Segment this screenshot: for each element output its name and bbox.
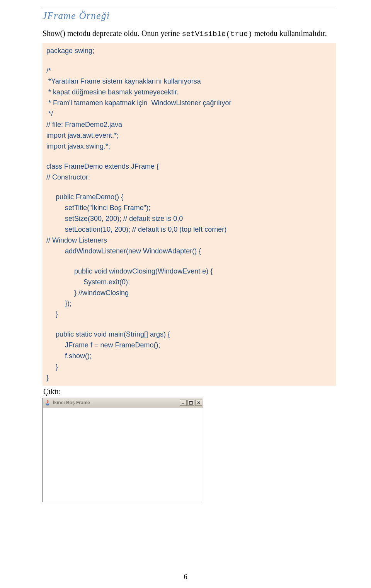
intro-mono: setVisible(true) <box>182 30 252 38</box>
code-line: package swing; <box>46 46 332 56</box>
code-line: // Constructor: <box>46 172 332 183</box>
window-body <box>43 408 203 502</box>
code-line: // Window Listeners <box>46 235 332 246</box>
code-line: } <box>46 362 332 373</box>
intro-paragraph: Show() metodu deprecate oldu. Onun yerin… <box>43 28 336 39</box>
code-line: }); <box>46 298 332 309</box>
code-line: setTitle("İkinci Boş Frame"); <box>46 203 332 214</box>
window-buttons <box>180 400 202 406</box>
titlebar: İkinci Boş Frame <box>43 398 203 408</box>
code-line: */ <box>46 109 332 120</box>
code-line: setLocation(10, 200); // default is 0,0 … <box>46 224 332 235</box>
code-line: } <box>46 373 332 383</box>
output-label: Çıktı: <box>43 387 336 396</box>
code-line: // file: FrameDemo2.java <box>46 120 332 130</box>
code-line: /* <box>46 66 332 77</box>
code-line: public FrameDemo() { <box>46 192 332 203</box>
code-line: * kapat düğmesine basmak yetmeyecektir. <box>46 87 332 98</box>
code-line: class FrameDemo extends JFrame { <box>46 161 332 172</box>
maximize-button[interactable] <box>187 400 194 406</box>
close-button[interactable] <box>195 400 202 406</box>
section-title: JFrame Örneği <box>43 10 336 21</box>
page-number: 6 <box>0 573 371 581</box>
code-block: package swing; /* *Yaratılan Frame siste… <box>43 43 336 386</box>
code-line: public void windowClosing(WindowEvent e)… <box>46 266 332 277</box>
intro-suffix: metodu kullanılmalıdır. <box>252 29 327 38</box>
code-line: *Yaratılan Frame sistem kaynaklarını kul… <box>46 76 332 87</box>
code-line: f.show(); <box>46 351 332 362</box>
minimize-button[interactable] <box>180 400 187 406</box>
divider <box>43 8 336 8</box>
code-line: } <box>46 309 332 320</box>
intro-prefix: Show() metodu deprecate oldu. Onun yerin… <box>43 29 182 38</box>
output-window: İkinci Boş Frame <box>43 398 203 502</box>
code-line: addWindowListener(new WindowAdapter() { <box>46 246 332 257</box>
code-line: System.exit(0); <box>46 277 332 288</box>
code-line: import java.awt.event.*; <box>46 130 332 141</box>
java-icon <box>44 400 51 406</box>
svg-rect-0 <box>182 403 184 404</box>
code-line: } //windowClosing <box>46 288 332 299</box>
code-line: * Fram'i tamamen kapatmak için WindowLis… <box>46 98 332 109</box>
code-line: public static void main(String[] args) { <box>46 329 332 340</box>
window-title: İkinci Boş Frame <box>53 400 180 405</box>
svg-rect-2 <box>189 401 192 402</box>
code-line: import javax.swing.*; <box>46 141 332 152</box>
code-line: JFrame f = new FrameDemo(); <box>46 340 332 351</box>
code-line: setSize(300, 200); // default size is 0,… <box>46 214 332 224</box>
